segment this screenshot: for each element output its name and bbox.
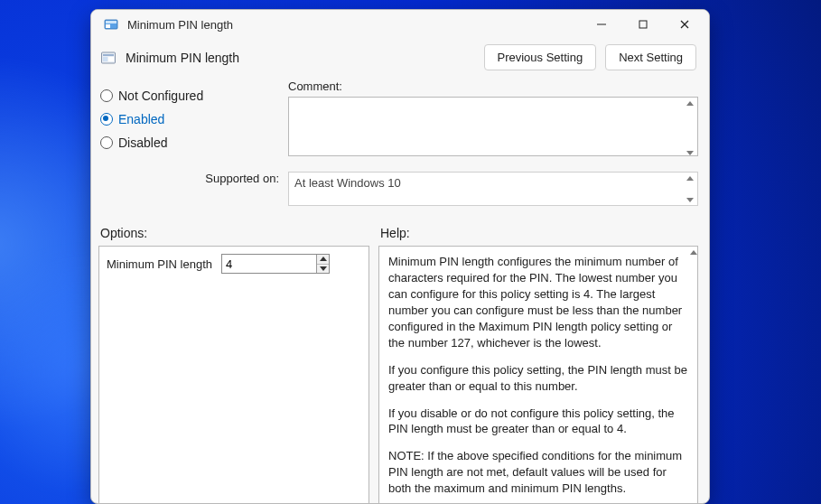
supported-scrollbar[interactable]: [684, 173, 696, 204]
min-pin-spinner[interactable]: [221, 254, 330, 274]
help-paragraph: If you disable or do not configure this …: [388, 406, 688, 438]
supported-row: Supported on: At least Windows 10: [98, 172, 698, 206]
svg-rect-1: [106, 21, 117, 23]
svg-rect-2: [106, 24, 110, 28]
sections-header: Options: Help:: [98, 226, 698, 240]
supported-text: At least Windows 10: [294, 176, 401, 190]
scroll-up-icon[interactable]: [686, 173, 695, 182]
option-min-pin-row: Minimum PIN length: [107, 254, 361, 274]
scroll-up-icon[interactable]: [689, 247, 698, 257]
comment-scrollbar[interactable]: [684, 98, 696, 157]
comment-input[interactable]: [288, 97, 698, 156]
titlebar: Minimum PIN length: [91, 10, 709, 39]
radio-disabled-input[interactable]: [100, 136, 113, 149]
options-section-label: Options:: [98, 226, 369, 240]
help-paragraph: If you configure this policy setting, th…: [388, 362, 688, 395]
help-panel-wrap: Minimum PIN length configures the minimu…: [378, 246, 698, 504]
spinner-up-button[interactable]: [317, 255, 329, 264]
radio-enabled-label: Enabled: [118, 112, 164, 126]
supported-label: Supported on:: [98, 172, 288, 185]
radio-not-configured-input[interactable]: [100, 89, 113, 102]
radio-disabled-label: Disabled: [118, 135, 167, 150]
scroll-up-icon[interactable]: [686, 98, 695, 107]
radio-not-configured[interactable]: Not Configured: [100, 89, 286, 103]
sections-body: Minimum PIN length Mini: [98, 246, 698, 504]
scroll-down-icon[interactable]: [686, 148, 695, 157]
radio-disabled[interactable]: Disabled: [100, 135, 286, 150]
help-paragraph: Minimum PIN length configures the minimu…: [388, 254, 688, 351]
min-pin-input[interactable]: [222, 255, 316, 273]
options-panel: Minimum PIN length: [98, 246, 369, 504]
window-title: Minimum PIN length: [127, 18, 233, 32]
svg-rect-4: [639, 21, 647, 28]
help-scrollbar[interactable]: [687, 247, 700, 504]
app-icon: [104, 17, 118, 32]
close-button[interactable]: [664, 10, 705, 39]
next-setting-button[interactable]: Next Setting: [605, 44, 696, 70]
policy-body: Not Configured Enabled Disabled Comment:: [91, 79, 709, 504]
previous-setting-button[interactable]: Previous Setting: [484, 44, 597, 70]
svg-rect-9: [103, 57, 107, 61]
comment-label: Comment:: [288, 79, 698, 93]
radio-not-configured-label: Not Configured: [118, 89, 203, 103]
minimize-button[interactable]: [581, 10, 622, 39]
svg-rect-8: [103, 54, 114, 56]
policy-icon: [100, 50, 117, 66]
spinner-down-button[interactable]: [317, 264, 329, 274]
help-section-label: Help:: [369, 226, 698, 240]
radio-enabled[interactable]: Enabled: [100, 112, 286, 126]
scroll-down-icon[interactable]: [686, 195, 695, 204]
option-min-pin-label: Minimum PIN length: [107, 257, 212, 271]
radio-enabled-input[interactable]: [100, 113, 113, 126]
policy-name: Minimum PIN length: [126, 51, 239, 65]
comment-row: Comment:: [288, 79, 698, 159]
maximize-button[interactable]: [622, 10, 664, 39]
desktop-background: Minimum PIN length Minimum: [0, 0, 821, 504]
policy-editor-window: Minimum PIN length Minimum: [90, 9, 710, 504]
supported-value: At least Windows 10: [288, 172, 698, 206]
help-panel[interactable]: Minimum PIN length configures the minimu…: [378, 246, 698, 504]
policy-header: Minimum PIN length Previous Setting Next…: [91, 39, 709, 79]
svg-rect-10: [108, 57, 114, 61]
help-paragraph: NOTE: If the above specified conditions …: [388, 448, 688, 497]
